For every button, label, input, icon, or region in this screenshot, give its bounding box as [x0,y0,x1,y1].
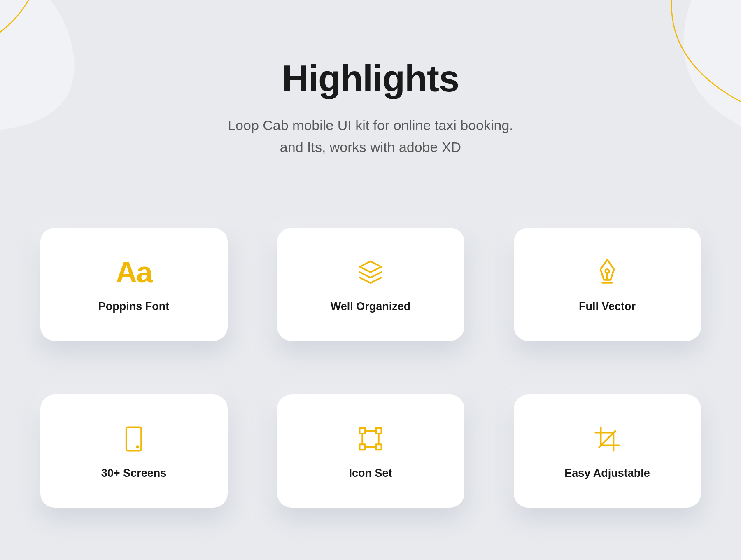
feature-card-vector: Full Vector [514,228,701,341]
svg-point-4 [137,446,138,448]
feature-card-font: Aa Poppins Font [40,228,228,341]
tablet-icon [124,422,144,455]
page-subtitle: Loop Cab mobile UI kit for online taxi b… [0,114,741,158]
header: Highlights Loop Cab mobile UI kit for on… [0,0,741,158]
feature-card-screens: 30+ Screens [40,394,228,508]
pen-nib-icon [595,256,619,289]
font-icon: Aa [116,256,152,289]
feature-label: Icon Set [349,467,392,480]
svg-rect-8 [376,445,381,450]
svg-rect-5 [360,428,365,434]
layers-icon [356,256,385,289]
feature-label: Full Vector [579,300,636,313]
feature-label: 30+ Screens [101,467,166,480]
feature-label: Well Organized [331,300,411,313]
page-title: Highlights [0,58,741,100]
svg-rect-6 [376,428,381,434]
feature-grid: Aa Poppins Font Well Organized Full Vect… [0,228,741,508]
svg-rect-7 [360,445,365,450]
feature-label: Poppins Font [98,300,169,313]
bounding-box-icon [357,422,384,455]
feature-card-iconset: Icon Set [277,394,464,508]
feature-card-organized: Well Organized [277,228,464,341]
feature-card-adjustable: Easy Adjustable [514,394,701,508]
crop-icon [594,422,621,455]
feature-label: Easy Adjustable [564,467,650,480]
